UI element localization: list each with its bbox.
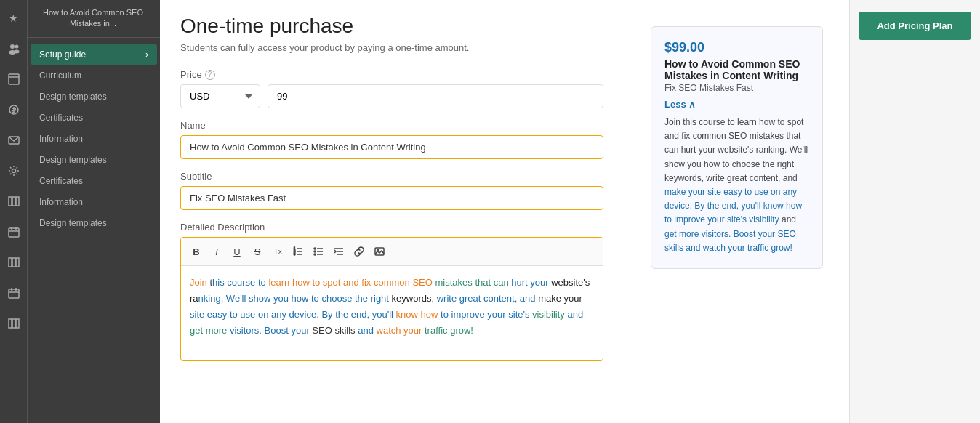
dollar-icon[interactable] (4, 100, 23, 119)
preview-less-toggle[interactable]: Less ∧ (664, 99, 809, 110)
page-subtitle: Students can fully access your product b… (180, 42, 603, 53)
preview-panel: $99.00 How to Avoid Common SEO Mistakes … (624, 0, 849, 423)
subtitle-section: Subtitle (180, 171, 603, 210)
svg-rect-25 (12, 319, 15, 328)
svg-rect-10 (9, 197, 12, 206)
sidebar-item-label: Design templates (39, 155, 107, 165)
svg-point-3 (14, 50, 19, 54)
sidebar-menu: Setup guide › Curriculum Design template… (28, 38, 160, 423)
description-label: Detailed Description (180, 222, 603, 233)
svg-rect-13 (9, 228, 19, 237)
sidebar-item-label: Design templates (39, 218, 107, 228)
sidebar-item-label: Setup guide (39, 49, 86, 60)
svg-text:3: 3 (294, 252, 296, 256)
subtitle-input[interactable] (180, 186, 603, 210)
svg-rect-19 (16, 258, 19, 267)
calendar2-icon[interactable] (4, 283, 23, 302)
sidebar-item-design-templates-3[interactable]: Design templates (31, 213, 157, 233)
preview-course-title: How to Avoid Common SEO Mistakes in Cont… (664, 58, 809, 81)
library2-icon[interactable] (4, 253, 23, 272)
editor-toolbar: B I U S Tx 123 (181, 238, 603, 266)
sidebar-item-setup-guide[interactable]: Setup guide › (31, 44, 157, 65)
chevron-right-icon: › (145, 49, 148, 60)
svg-point-36 (314, 248, 316, 249)
sidebar-item-label: Information (39, 134, 83, 144)
course-title-block: How to Avoid Common SEO Mistakes in... (28, 0, 160, 38)
svg-rect-26 (16, 319, 19, 328)
svg-point-0 (10, 44, 15, 49)
svg-rect-20 (9, 289, 19, 298)
price-help-icon[interactable]: ? (205, 70, 215, 80)
gear-icon[interactable] (4, 161, 23, 180)
svg-rect-18 (12, 258, 15, 267)
svg-rect-4 (9, 74, 19, 84)
sidebar-item-label: Certificates (39, 113, 83, 123)
ordered-list-button[interactable]: 123 (289, 242, 308, 261)
indent-button[interactable] (329, 242, 348, 261)
svg-point-37 (314, 251, 316, 252)
library-icon[interactable] (4, 192, 23, 211)
action-panel: Add Pricing Plan (849, 0, 980, 423)
star-icon[interactable]: ★ (4, 9, 23, 28)
preview-price: $99.00 (664, 40, 809, 55)
link-button[interactable] (350, 242, 369, 261)
form-area: One-time purchase Students can fully acc… (160, 0, 624, 423)
price-section: Price ? USD EUR GBP (180, 69, 603, 108)
price-row: USD EUR GBP (180, 84, 603, 108)
name-section: Name (180, 120, 603, 159)
users-icon[interactable] (4, 39, 23, 58)
preview-card: $99.00 How to Avoid Common SEO Mistakes … (651, 26, 823, 269)
add-pricing-button[interactable]: Add Pricing Plan (859, 12, 971, 40)
svg-point-38 (314, 254, 316, 255)
sidebar-item-label: Information (39, 197, 83, 207)
sidebar-item-label: Curriculum (39, 70, 81, 81)
icon-rail: ★ (0, 0, 28, 423)
svg-rect-17 (9, 258, 12, 267)
clear-format-button[interactable]: Tx (268, 242, 287, 261)
currency-select[interactable]: USD EUR GBP (180, 84, 260, 108)
svg-rect-24 (9, 319, 12, 328)
preview-subtitle: Fix SEO Mistakes Fast (664, 83, 809, 93)
page-title: One-time purchase (180, 15, 603, 38)
library3-icon[interactable] (4, 314, 23, 333)
sidebar-item-design-templates-2[interactable]: Design templates (31, 150, 157, 170)
subtitle-label: Subtitle (180, 171, 603, 182)
sidebar-item-label: Design templates (39, 92, 107, 102)
unordered-list-button[interactable] (309, 242, 328, 261)
sidebar: ★ (0, 0, 160, 423)
sidebar-content: How to Avoid Common SEO Mistakes in... S… (28, 0, 160, 423)
email-icon[interactable] (4, 131, 23, 150)
underline-button[interactable]: U (228, 242, 246, 261)
sidebar-item-information-2[interactable]: Information (31, 192, 157, 212)
sidebar-item-curriculum[interactable]: Curriculum (31, 65, 157, 86)
price-label: Price ? (180, 69, 603, 80)
svg-point-9 (12, 169, 15, 173)
description-content[interactable]: Join this course to learn how to spot an… (181, 266, 603, 360)
bold-button[interactable]: B (187, 242, 206, 261)
sidebar-item-information-1[interactable]: Information (31, 129, 157, 149)
italic-button[interactable]: I (207, 242, 226, 261)
calendar-icon[interactable] (4, 222, 23, 241)
sidebar-item-design-templates-1[interactable]: Design templates (31, 86, 157, 107)
sidebar-item-certificates-2[interactable]: Certificates (31, 171, 157, 191)
strikethrough-button[interactable]: S (248, 242, 267, 261)
sidebar-item-certificates-1[interactable]: Certificates (31, 108, 157, 128)
preview-description: Join this course to learn how to spot an… (664, 116, 809, 255)
svg-rect-12 (16, 197, 19, 206)
name-label: Name (180, 120, 603, 131)
sidebar-item-label: Certificates (39, 176, 83, 186)
description-section: Detailed Description B I U S Tx 123 (180, 222, 603, 361)
main-content: One-time purchase Students can fully acc… (160, 0, 849, 423)
layout-icon[interactable] (4, 70, 23, 89)
name-input[interactable] (180, 135, 603, 159)
image-button[interactable] (370, 242, 389, 261)
svg-rect-11 (12, 197, 15, 206)
course-title: How to Avoid Common SEO Mistakes in... (33, 7, 153, 30)
price-input[interactable] (268, 84, 603, 108)
svg-point-2 (15, 45, 18, 49)
description-editor: B I U S Tx 123 (180, 237, 603, 361)
svg-point-43 (377, 249, 379, 251)
